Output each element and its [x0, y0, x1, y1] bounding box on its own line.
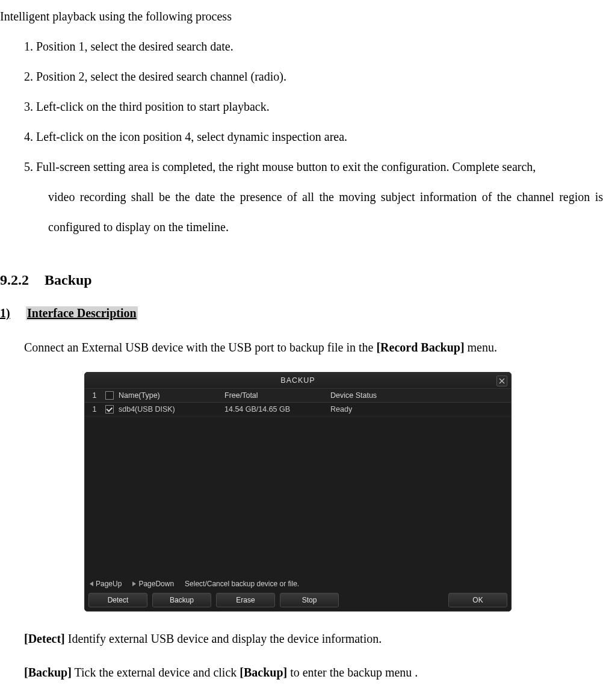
- p2-rest: Identify external USB device and display…: [65, 632, 382, 645]
- col-index: 1: [88, 391, 100, 400]
- sub-heading: 1) Interface Description: [0, 306, 603, 320]
- row-index: 1: [88, 405, 100, 413]
- p3-bold1: [Backup]: [24, 666, 72, 679]
- table-header-row: 1 Name(Type) Free/Total Device Status: [85, 389, 511, 403]
- pageup-link[interactable]: PageUp: [90, 580, 122, 588]
- step-1: 1. Position 1, select the desired search…: [0, 31, 603, 61]
- dialog-title: BACKUP: [280, 376, 315, 385]
- p1-post: menu.: [465, 341, 497, 354]
- arrow-left-icon: [90, 581, 93, 586]
- p1-pre: Connect an External USB device with the …: [24, 341, 376, 354]
- footer-hint: PageUp PageDown Select/Cancel backup dev…: [88, 577, 507, 593]
- p2-bold: [Detect]: [24, 632, 65, 645]
- table-row[interactable]: 1 sdb4(USB DISK) 14.54 GB/14.65 GB Ready: [85, 403, 511, 417]
- detect-button[interactable]: Detect: [88, 593, 147, 607]
- step-5b: video recording shall be the date the pr…: [0, 182, 603, 242]
- col-name: Name(Type): [119, 391, 221, 400]
- footer-button-row: Detect Backup Erase Stop OK: [88, 593, 507, 607]
- row-status: Ready: [330, 405, 415, 413]
- p-detect: [Detect] Identify external USB device an…: [0, 612, 603, 652]
- section-title: Backup: [45, 272, 92, 288]
- ok-button[interactable]: OK: [448, 593, 507, 607]
- p3-mid: Tick the external device and click: [72, 666, 240, 679]
- backup-button[interactable]: Backup: [152, 593, 211, 607]
- header-checkbox[interactable]: [105, 391, 114, 400]
- footer-tip: Select/Cancel backup device or file.: [185, 580, 299, 588]
- step-2: 2. Position 2, select the desired search…: [0, 61, 603, 91]
- close-icon[interactable]: [496, 376, 507, 386]
- row-free: 14.54 GB/14.65 GB: [224, 405, 327, 413]
- col-free: Free/Total: [224, 391, 327, 400]
- step-5a: 5. Full-screen setting area is completed…: [0, 152, 603, 182]
- intro-text: Intelligent playback using the following…: [0, 0, 603, 31]
- pagedown-link[interactable]: PageDown: [132, 580, 174, 588]
- dialog-footer: PageUp PageDown Select/Cancel backup dev…: [88, 577, 507, 607]
- stop-button[interactable]: Stop: [280, 593, 339, 607]
- subhead-title: Interface Description: [26, 306, 138, 320]
- section-number: 9.2.2: [0, 272, 41, 288]
- backup-dialog: BACKUP 1 Name(Type) Free/Total Device St…: [84, 372, 512, 612]
- p3-bold2: [Backup]: [240, 666, 287, 679]
- step-3: 3. Left-click on the third position to s…: [0, 91, 603, 122]
- p-connect-usb: Connect an External USB device with the …: [0, 320, 603, 361]
- p3-rest: to enter the backup menu .: [287, 666, 418, 679]
- subhead-number: 1): [0, 306, 23, 320]
- pageup-label: PageUp: [96, 580, 122, 588]
- p-backup: [Backup] Tick the external device and cl…: [0, 652, 603, 686]
- p1-bold: [Record Backup]: [376, 341, 464, 354]
- row-checkbox[interactable]: [105, 405, 114, 413]
- arrow-right-icon: [132, 581, 136, 586]
- col-check: [104, 391, 115, 400]
- row-name: sdb4(USB DISK): [119, 405, 221, 413]
- pagedown-label: PageDown: [138, 580, 174, 588]
- erase-button[interactable]: Erase: [216, 593, 275, 607]
- section-heading: 9.2.2 Backup: [0, 272, 603, 288]
- step-4: 4. Left-click on the icon position 4, se…: [0, 122, 603, 152]
- row-check: [104, 405, 115, 413]
- col-status: Device Status: [330, 391, 415, 400]
- dialog-titlebar: BACKUP: [85, 373, 511, 389]
